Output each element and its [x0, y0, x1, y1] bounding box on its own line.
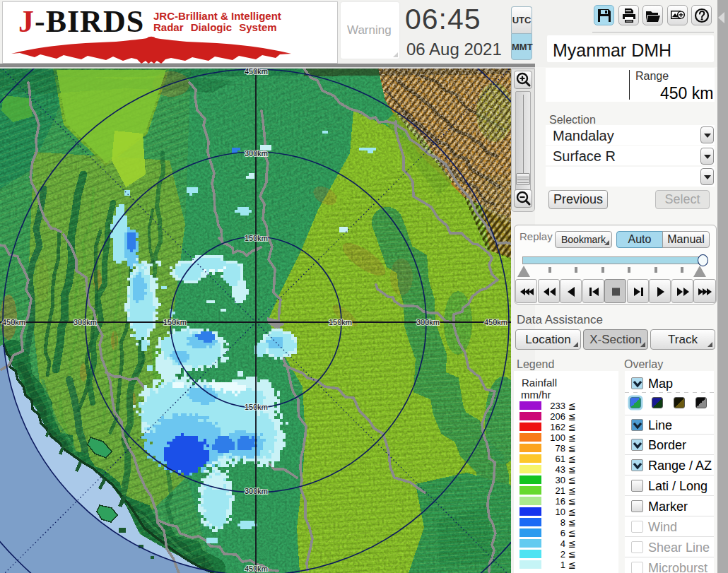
svg-text:450km: 450km [245, 565, 268, 573]
svg-text:450km: 450km [245, 69, 268, 76]
svg-text:300km: 300km [74, 318, 97, 326]
svg-text:150km: 150km [245, 234, 268, 242]
svg-text:300km: 300km [416, 318, 440, 326]
svg-text:300km: 300km [245, 487, 268, 495]
svg-text:450km: 450km [484, 318, 507, 326]
svg-text:300km: 300km [245, 149, 268, 158]
svg-text:450km: 450km [2, 318, 25, 326]
svg-text:150km: 150km [245, 403, 268, 411]
svg-text:150km: 150km [163, 318, 187, 326]
svg-text:150km: 150km [329, 318, 352, 326]
